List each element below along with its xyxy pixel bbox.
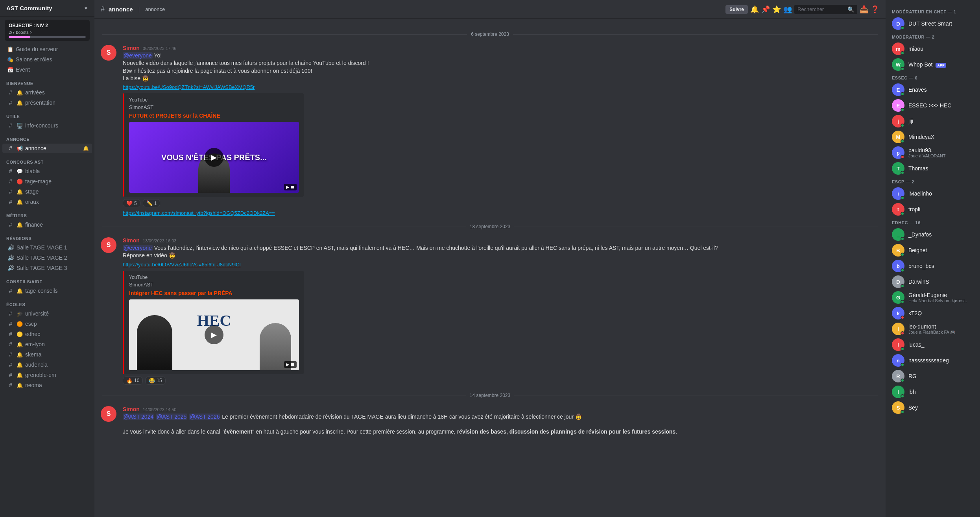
avatar-miaou: m [892,42,904,55]
member-gerald[interactable]: G Gérald-Eugénie Hela Naerbal Selv om kj… [889,290,977,305]
avatar-beignet: B [892,244,904,257]
youtube-link-1[interactable]: https://youtu.be/USo9odQZTnk?si=AWvlJAWS… [123,84,255,90]
hash-icon14: # [7,341,14,347]
reaction-laugh[interactable]: 😂 15 [145,377,165,385]
member-miaou[interactable]: m miaou [889,41,977,57]
voice-icon2: 🔊 [7,255,14,261]
skema-emoji: 🔔 [17,352,23,358]
member-list: MODÉRATEUR EN CHEF — 1 D DUT Street Smar… [886,0,980,517]
embed-thumb-1[interactable]: VOUS N'ÊTES PAS PRÊTS... ▶ ▶ ⏹ [129,122,299,193]
member-lbh[interactable]: l lbh [889,384,977,400]
member-beignet[interactable]: B Beignet [889,242,977,258]
universite-label: université [25,310,49,317]
sidebar-item-presentation[interactable]: # 🔔 présentation [2,98,92,107]
sidebar-item-guide[interactable]: 📋 Guide du serveur [2,44,92,54]
sidebar-item-arrivees[interactable]: # 🔔 arrivées [2,88,92,97]
sidebar-item-tage-mage[interactable]: # 🔴 tage-mage [2,177,92,186]
member-darwin[interactable]: D DarwinS [889,274,977,290]
member-bruno[interactable]: b bruno_bcs [889,258,977,274]
sidebar-item-universite[interactable]: # 🎓 université [2,309,92,318]
message-author-3[interactable]: Simon [123,406,140,412]
sidebar-item-salons[interactable]: 🎭 Salons et rôles [2,55,92,64]
member-dut-street-smart[interactable]: D DUT Street Smart [889,16,977,31]
member-nassssss[interactable]: n nassssssssadeg [889,353,977,368]
member-kt2q[interactable]: k kT2Q [889,305,977,321]
bell-icon[interactable]: 🔔 [750,5,759,14]
sidebar-item-tage-conseils[interactable]: # 🔔 tage-conseils [2,286,92,295]
member-whop-bot[interactable]: W Whop Bot APP [889,57,977,72]
member-thomas[interactable]: T Thomas [889,161,977,176]
server-header[interactable]: AST Community ▼ [0,0,94,17]
sidebar-item-event[interactable]: 📅 Event [2,65,92,74]
member-rg[interactable]: R RG [889,368,977,384]
member-dynafos[interactable]: _ _Dynafos [889,227,977,242]
voice-icon1: 🔊 [7,244,14,251]
suivre-button[interactable]: Suivre [725,5,748,14]
sidebar-item-skema[interactable]: # 🔔 skema [2,350,92,359]
date-divider-sept13: 13 septembre 2023 [102,224,878,229]
embed-1: YouTube SimonAST FUTUR et PROJETS sur la… [123,93,304,197]
members-icon[interactable]: 👥 [783,5,792,14]
search-box[interactable]: 🔍 [794,5,857,14]
mention-ast2024[interactable]: @AST 2024 [123,414,154,420]
pin-icon[interactable]: 📌 [761,5,770,14]
arrivees-label: arrivées [25,89,45,96]
sidebar-item-salle2[interactable]: 🔊 Salle TAGE MAGE 2 [2,253,92,262]
help-icon[interactable]: ❓ [871,5,879,14]
member-imaelinho[interactable]: i iMaelinho [889,186,977,201]
member-essec-hec[interactable]: E ESSEC >>> HEC [889,98,977,113]
mention-ast2025[interactable]: @AST 2025 [156,414,187,420]
search-input[interactable] [797,6,845,12]
sidebar-item-oraux[interactable]: # 🔔 oraux [2,197,92,207]
member-mimdeyax[interactable]: M MimdeyaX [889,129,977,145]
sidebar-item-salle3[interactable]: 🔊 Salle TAGE MAGE 3 [2,263,92,273]
youtube-link-2[interactable]: https://youtu.be/0L0VVwZJ6hc?si=65l6tq-J… [123,262,241,268]
member-name-essec-hec: ESSEC >>> HEC [908,102,974,109]
sidebar-item-edhec[interactable]: # 🟡 edhec [2,329,92,339]
message-content-1: Simon 06/09/2023 17:46 @everyone Yo! Nou… [123,45,879,216]
date-sept6: 6 septembre 2023 [471,31,509,37]
member-leo[interactable]: l leo-dumont Joue à FlashBack FA 🎮 [889,321,977,337]
sidebar-item-info-concours[interactable]: # 🖥️ info-concours [2,121,92,130]
reaction-heart[interactable]: ❤️ 5 [123,199,140,207]
sidebar-item-neoma[interactable]: # 🔔 neoma [2,380,92,390]
sidebar-item-grenoble[interactable]: # 🔔 grenoble-em [2,370,92,380]
message-author-2[interactable]: Simon [123,237,140,244]
boost-bar[interactable]: OBJECTIF : NIV 2 2/7 boosts > [5,20,90,41]
inbox-icon[interactable]: 📥 [860,5,868,14]
hash-icon6: # [7,178,14,185]
member-tropli[interactable]: t tropli [889,201,977,217]
sidebar-item-blabla[interactable]: # 💬 blabla [2,166,92,176]
mention-everyone[interactable]: @everyone [123,52,153,59]
instagram-link[interactable]: https://instagram.com/simonast_ytb?igshi… [123,210,275,216]
sidebar-item-escp[interactable]: # 🟠 escp [2,319,92,329]
message-author-1[interactable]: Simon [123,45,140,51]
message-timestamp-1: 06/09/2023 17:46 [143,46,177,51]
mute-icon: 🔔 [83,146,89,151]
play-button-1[interactable]: ▶ [205,148,223,167]
embed-thumb-2[interactable]: HEC ▶ ▶ ⏹ [129,299,299,370]
channel-header: # annonce | annonce Suivre 🔔 📌 ⭐ 👥 🔍 📥 ❓ [94,0,886,19]
avatar-essec-hec: E [892,99,904,112]
date-sept13: 13 septembre 2023 [470,224,510,229]
section-label-modchef: MODÉRATEUR EN CHEF — 1 [889,6,977,16]
member-lucas[interactable]: l lucas_ [889,337,977,353]
member-jiji[interactable]: j jiji [889,113,977,129]
reaction-fire[interactable]: 🔥 10 [123,377,143,385]
member-pauldu93[interactable]: p pauldu93. Joue à VALORANT [889,145,977,161]
member-sey[interactable]: S Sey [889,400,977,415]
mention-everyone-2[interactable]: @everyone [123,245,153,251]
sidebar-item-annonce[interactable]: # 📢 annonce 🔔 [2,144,92,153]
message-group-1: S Simon 06/09/2023 17:46 @everyone Yo! N… [94,43,886,218]
mention-ast2026[interactable]: @AST 2026 [189,414,220,420]
tage-conseils-label: tage-conseils [25,288,58,294]
sidebar-item-audencia[interactable]: # 🔔 audencia [2,360,92,369]
reaction-pencil[interactable]: ✏️ 1 [143,199,161,207]
play-button-2[interactable]: ▶ [205,325,223,344]
sidebar-item-salle1[interactable]: 🔊 Salle TAGE MAGE 1 [2,243,92,252]
sidebar-item-stage[interactable]: # 🔔 stage [2,187,92,196]
sidebar-item-finance[interactable]: # 🔔 finance [2,220,92,229]
star-icon[interactable]: ⭐ [772,5,781,14]
member-enaves[interactable]: E Enaves [889,82,977,98]
sidebar-item-em-lyon[interactable]: # 🔔 em-lyon [2,340,92,349]
